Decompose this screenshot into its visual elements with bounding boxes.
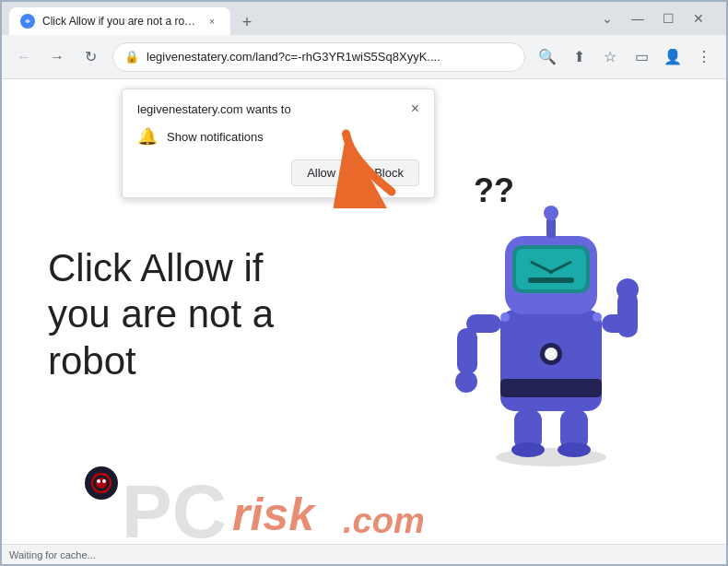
svg-point-24: [545, 348, 558, 360]
bell-icon: 🔔: [137, 126, 158, 147]
address-bar[interactable]: 🔒 legivenestatery.com/land?c=-rhG3YR1wiS…: [112, 42, 525, 72]
svg-rect-10: [528, 277, 574, 283]
svg-point-28: [96, 478, 107, 489]
active-tab[interactable]: Click Allow if you are not a robot ×: [9, 7, 230, 35]
tab-area: Click Allow if you are not a robot × +: [9, 2, 583, 35]
sidebar-button[interactable]: ▭: [627, 42, 656, 72]
robot-svg: [431, 153, 671, 466]
menu-button[interactable]: ⋮: [689, 42, 719, 72]
svg-point-21: [511, 442, 545, 457]
svg-point-22: [558, 442, 591, 457]
svg-point-25: [500, 312, 510, 322]
chevron-down-button[interactable]: ⌄: [594, 7, 620, 29]
svg-rect-11: [546, 218, 556, 238]
svg-point-12: [544, 206, 558, 220]
popup-header: legivenestatery.com wants to ×: [137, 100, 419, 117]
forward-button[interactable]: →: [42, 42, 72, 72]
bookmark-button[interactable]: ☆: [595, 42, 625, 72]
arrow-indicator: [334, 125, 417, 212]
tab-title: Click Allow if you are not a robot: [42, 15, 197, 28]
browser-window: Click Allow if you are not a robot × + ⌄…: [2, 2, 726, 564]
pcrisk-risk-text: risk: [232, 488, 314, 541]
svg-rect-4: [500, 379, 602, 397]
svg-rect-7: [516, 249, 586, 289]
back-button[interactable]: ←: [9, 42, 39, 72]
status-text: Waiting for cache...: [9, 549, 96, 560]
svg-rect-14: [457, 328, 477, 374]
toolbar-icons: 🔍 ⬆ ☆ ▭ 👤 ⋮: [533, 42, 719, 72]
tab-close-button[interactable]: ×: [205, 14, 219, 29]
pcrisk-favicon: [85, 466, 118, 500]
search-button[interactable]: 🔍: [533, 42, 562, 72]
share-button[interactable]: ⬆: [564, 42, 593, 72]
tab-favicon: [20, 14, 35, 29]
title-bar: Click Allow if you are not a robot × + ⌄…: [2, 2, 726, 35]
url-text: legivenestatery.com/land?c=-rhG3YR1wiS5S…: [147, 50, 513, 64]
status-bar: Waiting for cache...: [2, 544, 726, 564]
page-content: legivenestatery.com wants to × 🔔 Show no…: [2, 79, 726, 564]
maximize-button[interactable]: ☐: [655, 7, 682, 29]
main-heading: Click Allow if you are not a robot: [48, 245, 306, 384]
profile-button[interactable]: 👤: [658, 42, 687, 72]
svg-point-30: [102, 479, 106, 483]
robot-illustration: [431, 153, 671, 466]
popup-close-button[interactable]: ×: [411, 100, 419, 117]
toolbar: ← → ↻ 🔒 legivenestatery.com/land?c=-rhG3…: [2, 35, 726, 79]
pcrisk-dotcom-text: .com: [343, 501, 425, 541]
popup-origin: legivenestatery.com wants to: [137, 102, 291, 116]
svg-point-29: [97, 479, 100, 483]
close-button[interactable]: ✕: [686, 7, 711, 29]
svg-point-26: [593, 312, 602, 322]
svg-point-15: [455, 371, 477, 393]
lock-icon: 🔒: [124, 50, 139, 64]
new-tab-button[interactable]: +: [234, 9, 260, 35]
arrow-svg: [334, 125, 417, 208]
window-controls: ⌄ — ☐ ✕: [587, 7, 719, 29]
popup-body-text: Show notifications: [167, 130, 264, 144]
reload-button[interactable]: ↻: [76, 42, 105, 72]
minimize-button[interactable]: —: [624, 7, 652, 29]
pcrisk-pc-text: PC: [122, 468, 227, 555]
svg-point-18: [616, 278, 639, 301]
